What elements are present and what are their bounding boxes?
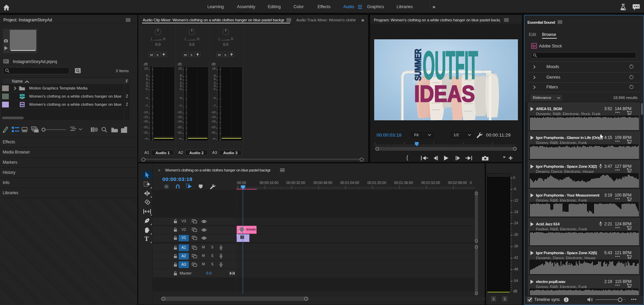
svg-text:St: St: [532, 44, 536, 48]
svg-text:»: »: [503, 154, 505, 159]
